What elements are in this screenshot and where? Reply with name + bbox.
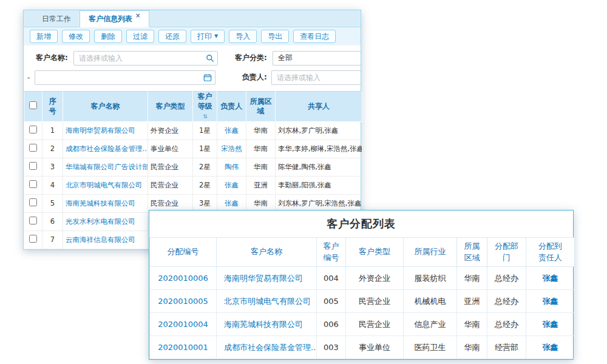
customer-number: 004 xyxy=(317,267,346,290)
allocation-number-link[interactable]: 2020010005 xyxy=(158,297,208,306)
customer-type: 民营企业 xyxy=(148,158,193,176)
filter-area: 客户名称: 客户分类: 全部 - xyxy=(24,46,361,90)
import-button[interactable]: 导入 xyxy=(229,30,257,43)
customer-name-link[interactable]: 北京市明城电气有限公司 xyxy=(66,181,143,189)
customer-category-select[interactable]: 全部 xyxy=(273,51,361,66)
select-all-checkbox[interactable] xyxy=(29,101,37,109)
allocation-dept: 总经办 xyxy=(487,290,526,313)
print-button[interactable]: 打印▼ xyxy=(191,30,225,43)
owner-link[interactable]: 张鑫 xyxy=(225,126,239,135)
row-checkbox[interactable] xyxy=(29,235,37,243)
customer-type: 民营企业 xyxy=(346,290,404,313)
assignee-link[interactable]: 张鑫 xyxy=(543,297,558,306)
allocation-row: 2020010004海南芜城科技有限公司006民营企业信息产业华南总经办张鑫 xyxy=(150,313,575,336)
customer-name-link[interactable]: 北京市明城电气有限公司 xyxy=(224,297,311,306)
customer-name-link[interactable]: 成都市社会保险基金管理... xyxy=(224,343,317,352)
owner-link[interactable]: 张鑫 xyxy=(225,181,239,189)
region: 华南 xyxy=(246,140,276,158)
customer-name-link-cell: 成都市社会保险基金管理... xyxy=(63,140,148,158)
owner-input[interactable] xyxy=(271,70,361,85)
customer-name-link[interactable]: 华瑞城有限公司广告设计部 xyxy=(66,163,148,171)
owner-link[interactable]: 张鑫 xyxy=(225,199,239,207)
row-checkbox[interactable] xyxy=(29,126,37,133)
shared-people: 李勤丽,阳强,张鑫 xyxy=(276,176,362,194)
customer-number: 005 xyxy=(317,290,346,313)
header-customer-type: 客户类型 xyxy=(148,92,193,122)
allocation-number-link[interactable]: 2020010006 xyxy=(158,274,208,283)
owner-link[interactable]: 陶伟 xyxy=(225,163,239,171)
customer-name-link[interactable]: 海南明华贸易有限公司 xyxy=(66,126,135,135)
row-number: 3 xyxy=(42,158,63,176)
date-input-wrap xyxy=(35,70,215,85)
row-checkbox[interactable] xyxy=(29,144,37,152)
header-dept: 分配部门 xyxy=(487,238,526,267)
row-checkbox[interactable] xyxy=(29,180,37,188)
date-input[interactable] xyxy=(35,70,215,85)
close-icon[interactable]: × xyxy=(135,7,140,24)
region: 华南 xyxy=(457,267,487,290)
restore-button[interactable]: 还原 xyxy=(158,30,186,43)
assignee-link[interactable]: 张鑫 xyxy=(543,343,558,352)
region: 华南 xyxy=(457,313,487,336)
assignee-link-cell: 张鑫 xyxy=(526,336,575,359)
customer-name-link[interactable]: 海南芜城科技有限公司 xyxy=(224,320,303,329)
edit-button[interactable]: 修改 xyxy=(62,30,90,43)
date-range-dash: - xyxy=(27,73,32,82)
filter-button[interactable]: 过滤 xyxy=(126,30,154,43)
caret-down-icon: ▼ xyxy=(214,34,218,39)
header-customer-type: 客户类型 xyxy=(346,238,404,267)
customer-name-link-cell: 海南明华贸易有限公司 xyxy=(217,267,317,290)
owner-label: 负责人: xyxy=(242,72,271,83)
row-checkbox[interactable] xyxy=(29,198,37,206)
customer-name-link-cell: 北京市明城电气有限公司 xyxy=(63,176,148,194)
customer-number: 006 xyxy=(317,313,346,336)
allocation-number-link[interactable]: 2020010004 xyxy=(158,320,208,329)
customer-name-link[interactable]: 云南海祥信息有限公司 xyxy=(66,235,135,244)
row-checkbox-cell xyxy=(24,176,42,194)
calendar-icon[interactable] xyxy=(203,73,212,82)
view-log-button[interactable]: 查看日志 xyxy=(293,30,336,43)
allocation-number-link-cell: 2020010005 xyxy=(150,290,217,313)
allocation-row: 2020010001成都市社会保险基金管理...003事业单位医药卫生华南经营部… xyxy=(150,336,575,359)
owner-link[interactable]: 宋浩然 xyxy=(221,144,242,153)
customer-name-link[interactable]: 光发水利水电有限公司 xyxy=(66,217,135,226)
assignee-link-cell: 张鑫 xyxy=(526,290,575,313)
add-button[interactable]: 新增 xyxy=(30,30,58,43)
customer-level: 1星 xyxy=(193,121,217,140)
row-number: 5 xyxy=(42,194,63,212)
assignee-link[interactable]: 张鑫 xyxy=(543,320,558,329)
customer-type: 事业单位 xyxy=(346,336,404,359)
filter-row-2: - 负责人: xyxy=(24,70,361,85)
customer-name-link[interactable]: 海南芜城科技有限公司 xyxy=(66,199,135,207)
customer-level: 2星 xyxy=(193,176,217,194)
customer-allocation-panel: 客户分配列表 分配编号 客户名称 客户编号 客户类型 所属行业 所属区域 分配部… xyxy=(149,210,574,360)
customer-category-value: 全部 xyxy=(278,53,293,63)
customer-level: 1星 xyxy=(193,140,217,158)
customer-name-link[interactable]: 海南明华贸易有限公司 xyxy=(224,274,303,283)
row-checkbox[interactable] xyxy=(29,217,37,224)
allocation-number-link[interactable]: 2020010001 xyxy=(158,343,208,352)
industry: 医药卫生 xyxy=(404,336,457,359)
tab-bar: 日常工作 客户信息列表 × xyxy=(24,10,361,27)
export-button[interactable]: 导出 xyxy=(261,30,289,43)
region: 华南 xyxy=(246,158,276,176)
filter-row-1: 客户名称: 客户分类: 全部 xyxy=(24,50,361,66)
customer-type: 事业单位 xyxy=(148,140,193,158)
row-checkbox[interactable] xyxy=(29,162,37,170)
sort-icon[interactable]: ⇅ xyxy=(203,113,208,120)
customer-name-link[interactable]: 成都市社会保险基金管理... xyxy=(66,144,148,153)
select-all-header xyxy=(24,92,42,122)
customer-name-input[interactable] xyxy=(73,51,218,66)
shared-people: 刘东林,罗广明,张鑫 xyxy=(276,121,362,140)
delete-button[interactable]: 删除 xyxy=(94,30,122,43)
assignee-link[interactable]: 张鑫 xyxy=(543,274,558,283)
customer-type: 民营企业 xyxy=(148,176,193,194)
tab-daily-work[interactable]: 日常工作 xyxy=(33,11,80,27)
search-icon[interactable] xyxy=(206,54,214,62)
owner-link-cell: 张鑫 xyxy=(217,176,246,194)
header-customer-no: 客户编号 xyxy=(317,238,346,267)
customer-row: 1海南明华贸易有限公司外资企业1星张鑫华南刘东林,罗广明,张鑫 xyxy=(24,121,362,140)
tab-customer-info-list[interactable]: 客户信息列表 × xyxy=(80,10,149,27)
row-number: 6 xyxy=(42,212,63,231)
header-no: 序号 xyxy=(42,92,63,122)
